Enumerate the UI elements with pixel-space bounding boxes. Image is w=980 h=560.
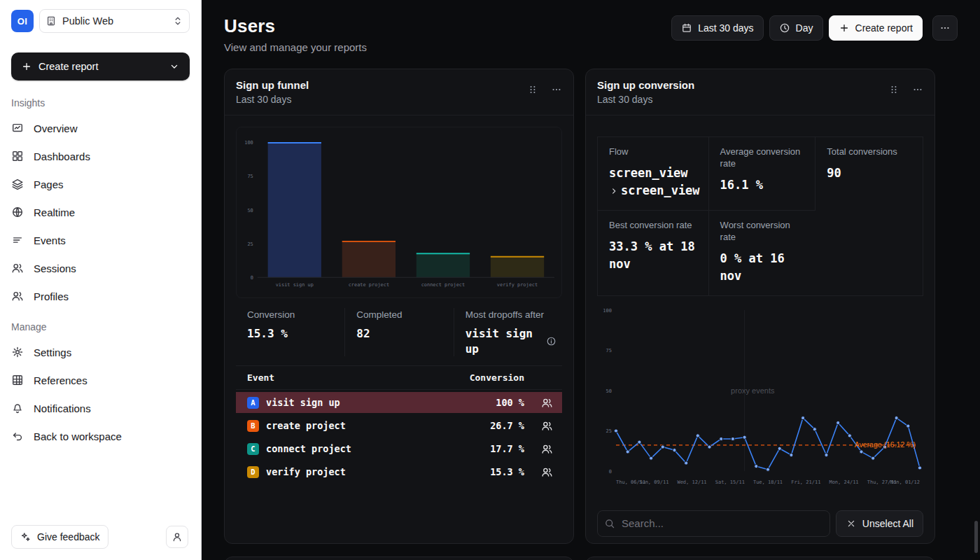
svg-text:0: 0 bbox=[609, 468, 612, 474]
sidebar-item-pages[interactable]: Pages bbox=[11, 170, 190, 198]
globe-icon bbox=[11, 206, 24, 218]
view-profiles-button[interactable] bbox=[524, 420, 562, 432]
stat-flow: Flow screen_view screen_view bbox=[598, 137, 709, 211]
create-report-header-button[interactable]: Create report bbox=[829, 15, 923, 41]
best-rate-value: 33.3 % at 18 nov bbox=[609, 238, 700, 274]
sidebar-item-realtime[interactable]: Realtime bbox=[11, 198, 190, 226]
sidebar-item-label: Sessions bbox=[34, 262, 76, 274]
view-profiles-button[interactable] bbox=[524, 397, 562, 409]
svg-text:create project: create project bbox=[349, 282, 389, 288]
chevrons-up-down-icon bbox=[172, 15, 183, 27]
funnel-stats: Conversion 15.3 % Completed 82 Most drop… bbox=[236, 308, 562, 366]
main-content: Users View and manage your reports Last … bbox=[202, 0, 980, 560]
sidebar-item-label: References bbox=[34, 374, 88, 386]
sidebar-item-settings[interactable]: Settings bbox=[11, 338, 190, 366]
stat-completed: Completed 82 bbox=[344, 308, 453, 356]
funnel-bar-chart[interactable]: 0255075100visit sign upcreate projectcon… bbox=[238, 134, 560, 296]
card-menu-icon[interactable] bbox=[551, 84, 562, 95]
unselect-all-label: Unselect All bbox=[862, 518, 913, 529]
search-input[interactable] bbox=[597, 510, 830, 537]
conversion-value: 100 % bbox=[465, 397, 524, 408]
svg-text:75: 75 bbox=[606, 348, 612, 354]
sidebar-footer: Give feedback bbox=[11, 525, 188, 549]
average-rate-value: 16.1 % bbox=[720, 176, 807, 195]
conversion-value: 17.7 % bbox=[465, 443, 524, 454]
unselect-all-button[interactable]: Unselect All bbox=[836, 510, 923, 537]
sidebar-item-label: Overview bbox=[34, 122, 78, 134]
funnel-table-row[interactable]: B create project 26.7 % bbox=[236, 415, 562, 436]
bell-icon bbox=[11, 402, 24, 414]
users-icon bbox=[541, 466, 553, 478]
scrollbar[interactable] bbox=[974, 521, 978, 553]
funnel-table-row[interactable]: D verify project 15.3 % bbox=[236, 461, 562, 482]
svg-text:100: 100 bbox=[603, 307, 612, 313]
give-feedback-label: Give feedback bbox=[37, 531, 100, 542]
conversion-rate-value: 15.3 % bbox=[247, 326, 288, 342]
more-options-button[interactable] bbox=[932, 15, 958, 41]
activity-icon bbox=[11, 234, 24, 246]
svg-text:Wed, 12/11: Wed, 12/11 bbox=[677, 479, 706, 485]
sidebar-item-sessions[interactable]: Sessions bbox=[11, 254, 190, 282]
sidebar-item-label: Settings bbox=[34, 346, 71, 358]
view-profiles-button[interactable] bbox=[524, 466, 562, 478]
user-menu-button[interactable] bbox=[166, 526, 188, 548]
search-icon bbox=[604, 518, 615, 529]
section-label: Manage bbox=[11, 321, 190, 332]
plus-icon bbox=[21, 61, 32, 72]
svg-text:Mon, 01/12: Mon, 01/12 bbox=[890, 479, 920, 485]
create-report-header-label: Create report bbox=[855, 22, 913, 34]
clock-icon bbox=[779, 22, 790, 34]
svg-text:50: 50 bbox=[247, 208, 253, 214]
interval-button[interactable]: Day bbox=[769, 15, 823, 41]
event-name: verify project bbox=[266, 466, 346, 477]
flow-from: screen_view bbox=[609, 164, 700, 183]
sidebar-item-profiles[interactable]: Profiles bbox=[11, 282, 190, 310]
sidebar-item-back-to-workspace[interactable]: Back to workspace bbox=[11, 422, 190, 450]
sidebar: OI Public Web Create report Insights Ove… bbox=[0, 0, 202, 560]
give-feedback-button[interactable]: Give feedback bbox=[11, 525, 108, 549]
sidebar-item-references[interactable]: References bbox=[11, 366, 190, 394]
dropoff-step-value: visit sign up bbox=[465, 326, 540, 356]
sidebar-item-events[interactable]: Events bbox=[11, 226, 190, 254]
ellipsis-icon bbox=[939, 22, 951, 34]
create-report-button[interactable]: Create report bbox=[11, 52, 190, 80]
workspace-name: Public Web bbox=[62, 15, 167, 27]
section-label: Insights bbox=[11, 97, 190, 108]
step-badge: A bbox=[247, 397, 259, 409]
step-badge: B bbox=[247, 420, 259, 432]
view-profiles-button[interactable] bbox=[524, 443, 562, 455]
sidebar-item-overview[interactable]: Overview bbox=[11, 114, 190, 142]
drag-handle-icon[interactable] bbox=[527, 84, 538, 95]
user-icon bbox=[172, 531, 183, 542]
funnel-table-row[interactable]: A visit sign up 100 % bbox=[236, 392, 562, 413]
conversion-value: 26.7 % bbox=[465, 420, 524, 431]
svg-text:50: 50 bbox=[606, 388, 612, 393]
event-name: visit sign up bbox=[266, 397, 340, 408]
svg-text:0: 0 bbox=[251, 275, 253, 281]
layoutGrid-icon bbox=[11, 150, 24, 162]
card-header: Sign up conversion Last 30 days bbox=[586, 69, 934, 115]
info-icon[interactable] bbox=[546, 336, 556, 346]
users-icon bbox=[541, 420, 553, 432]
gear-icon bbox=[11, 346, 24, 358]
card-menu-icon[interactable] bbox=[912, 84, 923, 95]
report-card-stub bbox=[585, 556, 935, 560]
page-header: Users View and manage your reports Last … bbox=[224, 15, 958, 53]
card-subtitle: Last 30 days bbox=[597, 94, 694, 105]
date-range-button[interactable]: Last 30 days bbox=[671, 15, 763, 41]
workspace-selector[interactable]: Public Web bbox=[39, 9, 190, 33]
sidebar-item-dashboards[interactable]: Dashboards bbox=[11, 142, 190, 170]
funnel-table-row[interactable]: C connect project 17.7 % bbox=[236, 438, 562, 459]
sidebar-nav: Insights Overview Dashboards Pages Realt… bbox=[0, 86, 201, 560]
drag-handle-icon[interactable] bbox=[888, 84, 899, 95]
report-card-stub bbox=[224, 556, 574, 560]
header-actions: Last 30 days Day Create report bbox=[671, 15, 958, 41]
app-logo[interactable]: OI bbox=[11, 10, 34, 32]
conversion-line-chart[interactable]: 0255075100proxy eventsAverage (16.12 %)T… bbox=[597, 302, 923, 488]
svg-text:proxy events: proxy events bbox=[731, 386, 775, 395]
card-header: Sign up funnel Last 30 days bbox=[225, 69, 573, 115]
stat-most-dropoffs: Most dropoffs after visit sign up bbox=[454, 308, 562, 356]
svg-text:25: 25 bbox=[606, 428, 612, 434]
gridTable-icon bbox=[11, 374, 24, 386]
sidebar-item-notifications[interactable]: Notifications bbox=[11, 394, 190, 422]
